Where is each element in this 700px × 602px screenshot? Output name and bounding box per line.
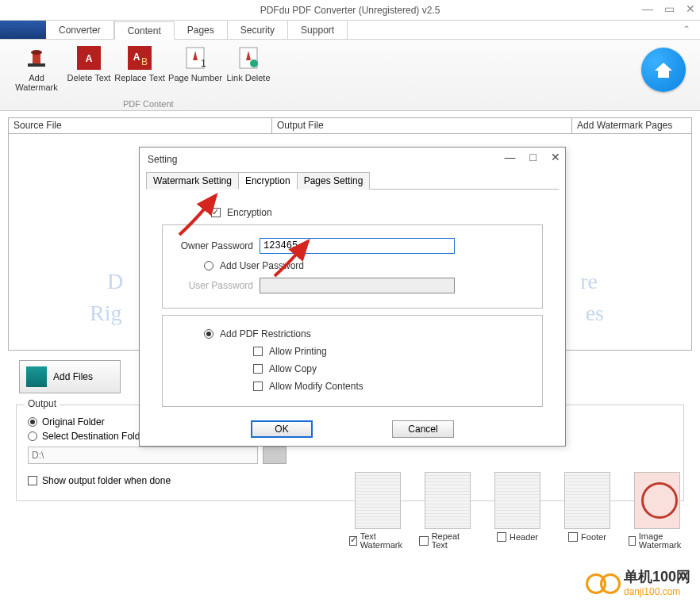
tab-pages-setting[interactable]: Pages Setting [297, 172, 371, 190]
add-files-icon [26, 366, 47, 387]
tab-content[interactable]: Content [114, 21, 175, 40]
page-number-button[interactable]: 1 Page Number [167, 44, 224, 82]
tab-converter[interactable]: Converter [46, 21, 114, 39]
output-legend: Output [25, 398, 60, 409]
destination-path-input[interactable] [28, 447, 258, 464]
allow-modify-checkbox[interactable] [253, 382, 263, 391]
watermark-brand: 单机100网 danji100.com [586, 567, 690, 597]
browse-button[interactable] [263, 447, 287, 464]
tab-pages[interactable]: Pages [175, 21, 228, 39]
col-source-file[interactable]: Source File [9, 118, 272, 133]
stamp-icon [23, 44, 50, 71]
watermark-presets: Text Watermark Repeat Text Header Footer… [349, 472, 686, 550]
ok-button[interactable]: OK [251, 420, 313, 438]
allow-copy-checkbox[interactable] [253, 364, 263, 374]
tab-support[interactable]: Support [288, 21, 348, 39]
preset-footer[interactable]: Footer [559, 472, 616, 550]
dialog-maximize-button[interactable]: □ [530, 151, 537, 163]
preset-text-watermark[interactable]: Text Watermark [349, 472, 406, 550]
home-button[interactable] [641, 48, 686, 92]
link-delete-icon [235, 44, 262, 71]
add-restrictions-radio[interactable] [204, 329, 213, 339]
dialog-title: Setting [140, 148, 565, 171]
add-files-button[interactable]: Add Files [19, 360, 121, 393]
window-title: PDFdu PDF Converter (Unregistered) v2.5 [260, 5, 440, 16]
window-title-bar: PDFdu PDF Converter (Unregistered) v2.5 … [0, 0, 700, 21]
preset-repeat-text[interactable]: Repeat Text [419, 472, 476, 550]
page-number-icon: 1 [182, 44, 209, 71]
annotation-arrow-icon [173, 187, 229, 243]
svg-point-11 [250, 59, 258, 67]
replace-text-button[interactable]: AB Replace Text [113, 44, 167, 82]
brand-logo-icon [586, 572, 619, 592]
cancel-button[interactable]: Cancel [392, 420, 454, 438]
svg-text:B: B [141, 56, 148, 67]
home-icon [653, 59, 674, 80]
preset-image-watermark[interactable]: Image Watermark [629, 472, 686, 550]
delete-text-button[interactable]: A Delete Text [65, 44, 113, 82]
preset-header[interactable]: Header [489, 472, 546, 550]
svg-text:A: A [133, 52, 140, 63]
add-watermark-button[interactable]: Add Watermark [8, 44, 65, 92]
add-user-password-radio[interactable] [204, 261, 213, 270]
ribbon: Add Watermark A Delete Text AB Replace T… [0, 40, 700, 111]
main-tab-bar: Converter Content Pages Security Support… [0, 21, 700, 40]
svg-point-2 [31, 50, 42, 55]
svg-text:1: 1 [201, 58, 206, 69]
app-menu-button[interactable] [0, 21, 46, 39]
minimize-button[interactable]: — [642, 2, 653, 15]
collapse-ribbon-icon[interactable]: ⌃ [683, 24, 690, 35]
replace-text-icon: AB [126, 44, 153, 71]
tab-security[interactable]: Security [228, 21, 288, 39]
svg-text:A: A [86, 53, 93, 64]
restrictions-fieldset: Add PDF Restrictions Allow Printing Allo… [162, 315, 543, 407]
link-delete-button[interactable]: Link Delete [224, 44, 273, 82]
col-output-file[interactable]: Output File [272, 118, 572, 133]
maximize-button[interactable]: ▭ [664, 2, 675, 15]
annotation-arrow-icon [268, 235, 324, 282]
svg-rect-0 [28, 63, 45, 67]
ribbon-group-label: PDF Content [123, 99, 174, 109]
close-button[interactable]: ✕ [686, 2, 695, 15]
tab-encryption[interactable]: Encryption [238, 172, 298, 190]
dialog-close-button[interactable]: ✕ [551, 151, 560, 163]
dialog-minimize-button[interactable]: — [505, 151, 516, 163]
delete-text-icon: A [75, 44, 102, 71]
allow-printing-checkbox[interactable] [253, 347, 263, 356]
col-watermark-pages[interactable]: Add Watermark Pages [572, 118, 691, 133]
